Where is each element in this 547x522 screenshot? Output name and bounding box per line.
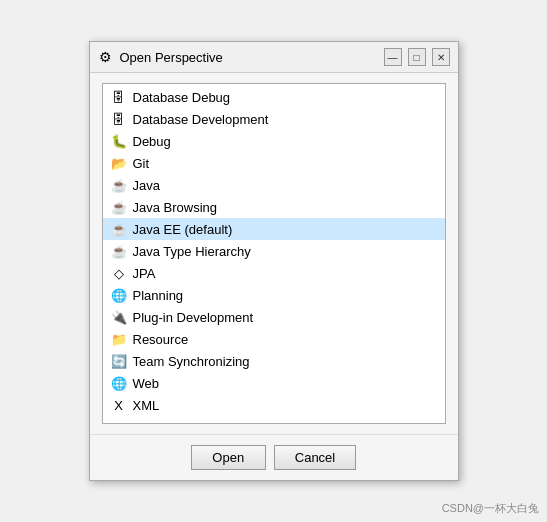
open-button[interactable]: Open [191,445,266,470]
item-icon-planning: 🌐 [111,287,127,303]
list-item-debug[interactable]: 🐛Debug [103,130,445,152]
item-label-debug: Debug [133,134,171,149]
list-item-db-dev[interactable]: 🗄Database Development [103,108,445,130]
item-icon-java-type: ☕ [111,243,127,259]
item-label-git: Git [133,156,150,171]
item-icon-xml: X [111,397,127,413]
item-label-db-debug: Database Debug [133,90,231,105]
list-item-db-debug[interactable]: 🗄Database Debug [103,86,445,108]
list-item-java[interactable]: ☕Java [103,174,445,196]
list-item-plugin[interactable]: 🔌Plug-in Development [103,306,445,328]
dialog-content: 🗄Database Debug🗄Database Development🐛Deb… [90,73,458,434]
item-label-java-ee: Java EE (default) [133,222,233,237]
item-label-team-sync: Team Synchronizing [133,354,250,369]
cancel-button[interactable]: Cancel [274,445,356,470]
list-item-web[interactable]: 🌐Web [103,372,445,394]
close-button[interactable]: ✕ [432,48,450,66]
maximize-button[interactable]: □ [408,48,426,66]
item-icon-java: ☕ [111,177,127,193]
item-label-java: Java [133,178,160,193]
list-item-java-browsing[interactable]: ☕Java Browsing [103,196,445,218]
item-icon-db-dev: 🗄 [111,111,127,127]
item-label-resource: Resource [133,332,189,347]
title-bar: ⚙ Open Perspective — □ ✕ [90,42,458,73]
list-item-java-ee[interactable]: ☕Java EE (default) [103,218,445,240]
list-item-xml[interactable]: XXML [103,394,445,416]
item-label-java-type: Java Type Hierarchy [133,244,251,259]
item-label-java-browsing: Java Browsing [133,200,218,215]
item-label-web: Web [133,376,160,391]
list-item-jpa[interactable]: ◇JPA [103,262,445,284]
list-item-planning[interactable]: 🌐Planning [103,284,445,306]
item-icon-jpa: ◇ [111,265,127,281]
item-icon-java-ee: ☕ [111,221,127,237]
item-icon-plugin: 🔌 [111,309,127,325]
item-label-db-dev: Database Development [133,112,269,127]
window-controls: — □ ✕ [384,48,450,66]
item-label-plugin: Plug-in Development [133,310,254,325]
item-icon-java-browsing: ☕ [111,199,127,215]
item-icon-db-debug: 🗄 [111,89,127,105]
item-label-jpa: JPA [133,266,156,281]
item-label-xml: XML [133,398,160,413]
list-item-resource[interactable]: 📁Resource [103,328,445,350]
item-icon-team-sync: 🔄 [111,353,127,369]
item-icon-debug: 🐛 [111,133,127,149]
list-item-java-type[interactable]: ☕Java Type Hierarchy [103,240,445,262]
minimize-button[interactable]: — [384,48,402,66]
title-bar-left: ⚙ Open Perspective [98,49,223,65]
perspective-list[interactable]: 🗄Database Debug🗄Database Development🐛Deb… [102,83,446,424]
list-item-git[interactable]: 📂Git [103,152,445,174]
dialog-icon: ⚙ [98,49,114,65]
open-perspective-dialog: ⚙ Open Perspective — □ ✕ 🗄Database Debug… [89,41,459,481]
watermark: CSDN@一杯大白兔 [442,501,539,516]
item-label-planning: Planning [133,288,184,303]
item-icon-git: 📂 [111,155,127,171]
item-icon-resource: 📁 [111,331,127,347]
dialog-footer: Open Cancel [90,434,458,480]
list-item-team-sync[interactable]: 🔄Team Synchronizing [103,350,445,372]
dialog-title: Open Perspective [120,50,223,65]
item-icon-web: 🌐 [111,375,127,391]
